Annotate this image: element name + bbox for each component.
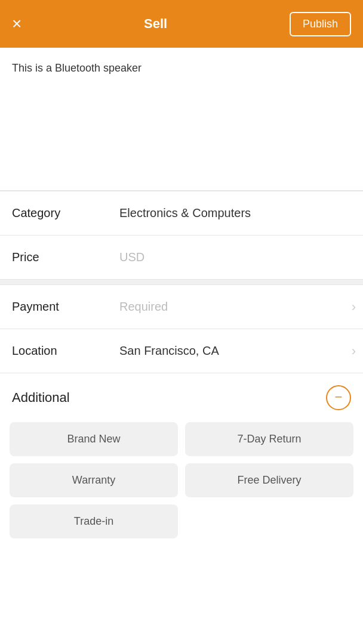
form-section: Category Electronics & Computers Price U…: [0, 191, 363, 280]
additional-title: Additional: [12, 390, 70, 405]
location-value-container: San Francisco, CA ›: [113, 335, 363, 367]
category-label: Category: [0, 197, 113, 230]
additional-header: Additional −: [0, 373, 363, 422]
category-row[interactable]: Category Electronics & Computers: [0, 191, 363, 236]
tag-brand-new[interactable]: Brand New: [10, 422, 178, 456]
price-row[interactable]: Price USD: [0, 236, 363, 280]
section-divider: [0, 280, 363, 284]
category-value: Electronics & Computers: [113, 197, 356, 230]
location-value: San Francisco, CA: [113, 335, 352, 367]
price-label: Price: [0, 241, 113, 274]
price-value: USD: [113, 241, 356, 274]
close-button[interactable]: ×: [12, 16, 21, 32]
description-text: This is a Bluetooth speaker: [12, 62, 141, 74]
tags-grid: Brand New 7-Day Return Warranty Free Del…: [0, 422, 363, 550]
payment-chevron-icon: ›: [352, 299, 356, 315]
payment-label: Payment: [0, 290, 113, 323]
price-value-container: USD: [113, 241, 363, 274]
location-label: Location: [0, 335, 113, 367]
location-chevron-icon: ›: [352, 343, 356, 359]
minus-icon: −: [335, 391, 343, 404]
publish-button[interactable]: Publish: [290, 12, 351, 36]
tag-free-delivery[interactable]: Free Delivery: [185, 463, 353, 497]
location-row[interactable]: Location San Francisco, CA ›: [0, 329, 363, 373]
additional-section: Additional − Brand New 7-Day Return Warr…: [0, 373, 363, 550]
description-area[interactable]: This is a Bluetooth speaker: [0, 48, 363, 191]
collapse-additional-button[interactable]: −: [326, 385, 351, 410]
payment-row[interactable]: Payment Required ›: [0, 285, 363, 329]
tag-trade-in[interactable]: Trade-in: [10, 504, 178, 538]
header: × Sell Publish: [0, 0, 363, 48]
page-title: Sell: [144, 16, 167, 32]
form-section-2: Payment Required › Location San Francisc…: [0, 284, 363, 373]
category-value-container: Electronics & Computers: [113, 197, 363, 230]
tag-warranty[interactable]: Warranty: [10, 463, 178, 497]
payment-value: Required: [113, 290, 352, 323]
tag-7-day-return[interactable]: 7-Day Return: [185, 422, 353, 456]
payment-value-container: Required ›: [113, 290, 363, 323]
